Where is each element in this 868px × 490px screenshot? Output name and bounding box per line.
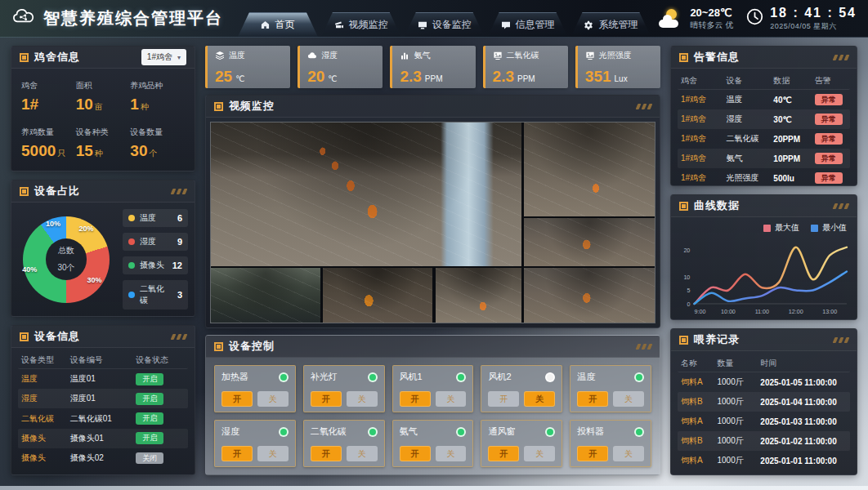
camera-feed-bottom-1[interactable]: [211, 268, 320, 323]
off-button[interactable]: 关: [524, 391, 555, 407]
on-button[interactable]: 开: [488, 446, 519, 461]
off-button[interactable]: 关: [613, 446, 644, 461]
device-info-table: 设备类型设备编号设备状态温度温度01开启湿度湿度01开启二氧化碳二氧化碳01开启…: [11, 348, 195, 474]
column-header: 告警: [815, 75, 847, 87]
table-row[interactable]: 1#鸡舍二氧化碳20PPM异常: [678, 129, 850, 149]
on-button[interactable]: 开: [577, 391, 608, 407]
alarm-badge[interactable]: 异常: [815, 114, 843, 126]
alarm-badge[interactable]: 异常: [815, 172, 843, 185]
off-button[interactable]: 关: [524, 446, 555, 461]
alarm-device-cell: 湿度: [726, 114, 773, 125]
table-row[interactable]: 1#鸡舍湿度30℃异常: [678, 109, 850, 129]
sensor-card-2: 氨气2.3PPM: [390, 46, 475, 88]
control-buttons: 开关: [311, 391, 378, 407]
control-card-0: 加热器开关: [214, 365, 296, 412]
camera-feed-main[interactable]: [211, 122, 521, 266]
panel-square-icon: [214, 342, 223, 351]
control-buttons: 开关: [400, 391, 467, 407]
nav-tab-video[interactable]: 视频监控: [321, 12, 401, 37]
legend-value: 6: [177, 213, 182, 223]
house-select-dropdown[interactable]: 1#鸡舍 ▾: [141, 49, 186, 65]
on-button[interactable]: 开: [400, 446, 431, 461]
device-type-cell: 摄像头: [21, 433, 70, 444]
device-id-cell: 湿度01: [70, 393, 136, 404]
device-ratio-donut-chart: 总数 30个 20%30%40%10%: [16, 210, 116, 310]
panel-menu-dots: [834, 337, 848, 343]
sensor-card-0: 温度25℃: [205, 46, 290, 88]
on-button[interactable]: 开: [400, 391, 431, 407]
control-card-top: 温度: [577, 371, 644, 383]
off-button[interactable]: 关: [436, 446, 467, 461]
legend-item-3: 二氧化碳3: [123, 280, 188, 310]
nav-tab-home[interactable]: 首页: [238, 12, 318, 37]
on-button[interactable]: 开: [488, 391, 519, 407]
table-row[interactable]: 1#鸡舍光照强度500lu异常: [678, 168, 850, 186]
control-buttons: 开关: [488, 391, 555, 407]
app-header: 智慧养殖综合管理平台 首页视频监控设备监控信息管理系统管理 20~28℃ 晴转多…: [0, 0, 868, 38]
off-button[interactable]: 关: [347, 391, 378, 407]
camera-feed-right-top[interactable]: [524, 122, 655, 216]
stat-label: 设备种类: [76, 127, 131, 138]
nav-tab-info[interactable]: 信息管理: [488, 12, 568, 37]
table-row[interactable]: 二氧化碳二氧化碳01开启: [18, 408, 188, 428]
sensor-card-top: 氨气: [400, 50, 468, 61]
chevron-down-icon: ▾: [177, 54, 181, 61]
nav-tab-device[interactable]: 设备监控: [405, 12, 485, 37]
feeding-table: 名称数量时间饲料A1000斤2025-01-05 11:00:00饲料B1000…: [671, 351, 857, 474]
sensor-name: 光照强度: [599, 50, 632, 61]
camera-feed-bottom-3[interactable]: [436, 268, 521, 323]
nav-tab-label: 系统管理: [598, 18, 638, 32]
camera-feed-bottom-2[interactable]: [323, 268, 432, 323]
on-button[interactable]: 开: [311, 446, 342, 461]
table-row[interactable]: 饲料B1000斤2025-01-02 11:00:00: [678, 431, 850, 451]
table-row[interactable]: 湿度湿度01开启: [18, 389, 188, 408]
sensor-value: 25: [215, 69, 232, 84]
main-nav: 首页视频监控设备监控信息管理系统管理: [238, 0, 651, 37]
camera-feed-bottom-4[interactable]: [524, 268, 655, 323]
stat-label: 养鸡品种: [130, 80, 185, 91]
off-button[interactable]: 关: [436, 391, 467, 407]
panel-menu-dots: [172, 334, 186, 340]
control-card-top: 氨气: [400, 425, 467, 438]
on-button[interactable]: 开: [221, 446, 253, 461]
control-name: 风机1: [400, 371, 423, 383]
sensor-card-top: 温度: [215, 50, 283, 61]
house-stat-0: 鸡舍1#: [21, 80, 76, 114]
panel-title: 曲线数据: [694, 198, 828, 213]
on-button[interactable]: 开: [311, 391, 342, 407]
table-row[interactable]: 温度温度01开启: [18, 369, 188, 389]
stat-unit: 只: [57, 149, 65, 158]
table-row[interactable]: 饲料A1000斤2025-01-01 11:00:00: [678, 451, 850, 470]
sensor-card-top: 二氧化碳: [493, 50, 561, 61]
off-button[interactable]: 关: [347, 446, 378, 461]
on-button[interactable]: 开: [577, 446, 608, 461]
alarm-badge[interactable]: 异常: [815, 94, 843, 106]
alarm-badge[interactable]: 异常: [815, 153, 843, 165]
table-row[interactable]: 饲料A1000斤2025-01-05 11:00:00: [678, 372, 850, 392]
off-button[interactable]: 关: [613, 391, 644, 407]
table-row[interactable]: 饲料A1000斤2025-01-03 11:00:00: [678, 412, 850, 431]
house-info-panel: 鸡舍信息 1#鸡舍 ▾ 鸡舍1#面积10亩养鸡品种1种养鸡数量5000只设备种类…: [11, 46, 195, 172]
feed-name-cell: 饲料A: [681, 455, 717, 466]
on-button[interactable]: 开: [221, 391, 253, 407]
table-row[interactable]: 饲料B1000斤2025-01-04 11:00:00: [678, 392, 850, 412]
off-button[interactable]: 关: [257, 446, 289, 461]
alarm-data-cell: 30℃: [773, 115, 814, 124]
control-buttons: 开关: [488, 446, 555, 461]
table-row[interactable]: 摄像头摄像头01开启: [18, 429, 188, 448]
off-button[interactable]: 关: [257, 391, 289, 407]
panel-title: 设备信息: [34, 329, 166, 344]
camera-icon: [334, 20, 344, 30]
table-row[interactable]: 1#鸡舍氨气10PPM异常: [678, 149, 850, 168]
alarm-device-cell: 温度: [726, 94, 773, 105]
legend-item-1: 湿度9: [123, 233, 188, 251]
nav-tab-system[interactable]: 系统管理: [571, 12, 651, 37]
alarm-badge[interactable]: 异常: [815, 133, 843, 145]
table-row[interactable]: 1#鸡舍温度40℃异常: [678, 90, 850, 109]
table-row[interactable]: 摄像头摄像头02关闭: [18, 448, 188, 468]
control-card-8: 通风窗开关: [481, 420, 562, 467]
clock-widget: 18 : 41 : 54 2025/04/05 星期六: [746, 6, 857, 32]
camera-feed-right-mid[interactable]: [524, 218, 655, 266]
panel-title: 告警信息: [694, 50, 828, 65]
alarm-data-cell: 500lu: [773, 174, 814, 183]
